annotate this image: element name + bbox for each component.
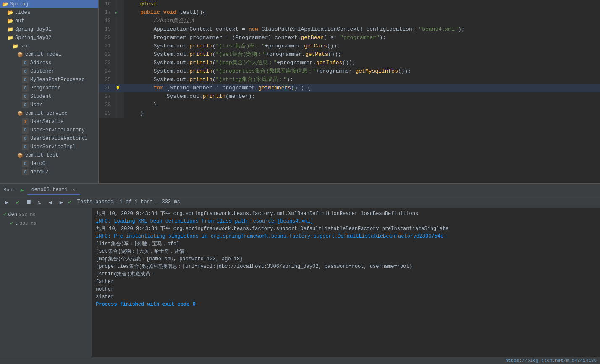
sidebar-item-address[interactable]: CAddress [0,59,98,67]
console-line: (set集合)宠物：[大黄，哈士奇，蓝猫] [96,248,597,255]
line-gutter [115,92,124,101]
code-line-28: 28 } [99,101,600,109]
sidebar-item-spring_day01[interactable]: 📁Spring_day01 [0,25,98,34]
test-tree: ✔den333 ms✔t333 ms [0,208,92,357]
code-line-27: 27 System.out.println(member); [99,92,600,101]
code-token [127,85,153,91]
sidebar-item-userservicefactory1[interactable]: CUserServiceFactory1 [0,134,98,143]
test-tree-item[interactable]: ✔t333 ms [0,219,92,228]
run-label: Run: [3,187,16,193]
console-output[interactable]: 九月 10, 2020 9:43:34 下午 org.springframewo… [92,208,600,357]
code-token: getMembers [258,85,291,91]
code-token: getCars [304,43,327,49]
sidebar-item-idea[interactable]: 📂.idea [0,8,98,17]
package-icon: 📦 [17,110,24,117]
code-token: ); [380,34,386,41]
line-number: 19 [99,25,115,34]
class-icon: C [22,144,29,150]
code-token: ( [212,60,216,66]
code-token: test1(){ [176,9,206,16]
sidebar-item-com_it_service[interactable]: 📦com.it.service [0,109,98,118]
sidebar-item-label: User [30,102,42,108]
code-token: +programmer. [266,51,305,58]
sidebar-item-user[interactable]: CUser [0,101,98,109]
code-token: Programmer programmer = (Programmer) con… [127,34,301,41]
code-token: ( [212,68,216,74]
code-token: (member); [225,93,255,100]
code-token: public [140,9,160,16]
sidebar-item-com_it_model[interactable]: 📦com.it.model [0,50,98,59]
code-token: out [176,68,186,74]
sidebar-item-label: Spring [10,1,28,7]
sidebar-item-demo02[interactable]: Cdemo02 [0,168,98,176]
sidebar-item-label: out [15,18,24,24]
code-token: System. [127,76,176,83]
tab-close-icon[interactable]: ✕ [72,187,75,193]
code-token: +programmer. [277,60,316,66]
code-line-20: 20 Programmer programmer = (Programmer) … [99,34,600,42]
line-content: @Test [124,0,600,8]
line-number: 24 [99,67,115,76]
line-content: ApplicationContext context = new ClassPa… [124,25,600,34]
sidebar-item-src[interactable]: 📁src [0,42,98,50]
sidebar-item-programmer[interactable]: CProgrammer [0,84,98,92]
folder-icon: 📂 [2,1,8,8]
sidebar-item-label: UserServiceFactory [30,127,85,133]
next-button[interactable]: ▶ [57,198,66,206]
sidebar-item-spring[interactable]: 📂Spring [0,0,98,8]
code-token: ClassPathXmlApplicationContext( configLo… [258,26,419,32]
sidebar-item-com_it_test[interactable]: 📦com.it.test [0,151,98,160]
check-button[interactable]: ✔ [13,198,22,206]
code-token: void [163,9,176,16]
line-gutter [115,34,124,42]
code-token: ( [212,43,216,49]
bulb-icon[interactable]: 💡 [115,86,120,91]
sidebar-item-spring_day02[interactable]: 📁Spring_day02 [0,34,98,42]
code-token: "beans4.xml" [419,26,458,32]
sidebar-item-demo01[interactable]: Cdemo01 [0,160,98,168]
sidebar-item-label: com.it.test [25,152,58,158]
console-line: (properties集合)数据库连接信息：{url=mysql:jdbc://… [96,263,597,270]
folder-icon: 📂 [7,9,13,16]
code-token: out [176,76,186,83]
sidebar-item-userservicefactory[interactable]: CUserServiceFactory [0,126,98,134]
line-content: System.out.println("(properties集合)数据库连接信… [124,67,600,76]
src-icon: 📁 [12,43,18,50]
console-line: Process finished with exit code 0 [96,301,597,308]
sidebar-item-mybean[interactable]: CMyBeanPostProcesso [0,76,98,84]
line-number: 25 [99,76,115,84]
rerun-button[interactable]: ▶ [3,198,11,206]
console-line: mother [96,285,597,293]
code-token: "(map集合)个人信息：" [216,60,277,66]
line-number: 17 [99,8,115,17]
console-line: INFO: Loading XML bean definitions from … [96,217,597,225]
code-token: System. [127,93,189,100]
line-gutter [115,50,124,59]
sidebar-item-out[interactable]: 📂out [0,17,98,25]
sidebar-item-student[interactable]: CStudent [0,92,98,101]
tests-check-icon: ✔ [68,199,71,205]
code-token: } [127,102,157,108]
sidebar-item-userservice[interactable]: IUserService [0,118,98,126]
sidebar-item-customer[interactable]: CCustomer [0,67,98,76]
code-token: System. [127,60,176,66]
stop-button[interactable]: ⏹ [24,198,33,206]
run-toolbar: ▶ ✔ ⏹ ⇅ ◀ ▶ ✔ Tests passed: 1 of 1 test … [0,196,600,208]
code-token: getPats [305,51,328,58]
code-token: +programmer. [265,43,304,49]
run-tab[interactable]: demo03.test1 ✕ [27,185,80,195]
code-line-25: 25 System.out.println("(string集合)家庭成员：")… [99,76,600,84]
run-line-icon[interactable]: ▶ [115,11,118,15]
sidebar-item-label: Student [30,94,51,100]
sidebar-item-userserviceimpl[interactable]: CUserServiceImpl [0,143,98,151]
test-tree-item[interactable]: ✔den333 ms [0,210,92,219]
prev-button[interactable]: ◀ [46,198,55,206]
code-editor[interactable]: 16 @Test17▶ public void test1(){18 //bea… [99,0,600,183]
sidebar-item-label: Programmer [30,85,60,91]
sidebar-item-label: demo02 [30,169,48,175]
code-token: out [176,51,186,58]
sort-button[interactable]: ⇅ [35,198,44,206]
run-content: ✔den333 ms✔t333 ms 九月 10, 2020 9:43:34 下… [0,208,600,357]
code-token: out [176,60,186,66]
console-line: 九月 10, 2020 9:43:34 下午 org.springframewo… [96,210,597,217]
